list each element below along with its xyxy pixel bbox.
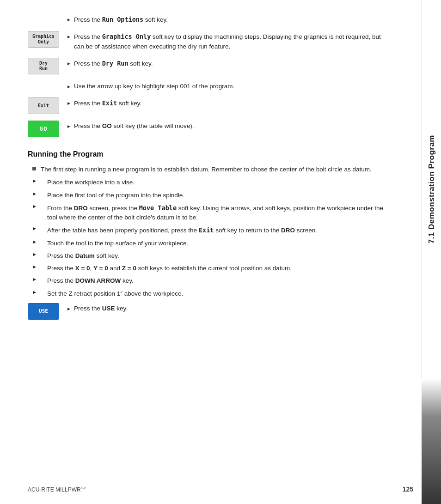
page-number: 125 [403,486,413,493]
instruction-text: ► Press the Exit soft key. [67,97,141,108]
instruction-arrow-up: ► Use the arrow up key to highlight step… [28,81,389,91]
use-button[interactable]: USE [28,303,59,320]
text-use: Press the USE key. [74,304,128,313]
bullet-arrow: ► [67,83,71,90]
chapter-sidebar: 7.1 Demonstration Program [422,0,441,379]
bullet-arrow: ► [32,264,37,269]
bullet-arrow: ► [67,123,71,130]
go-button[interactable]: GO [28,121,59,137]
instruction-use: USE ► Press the USE key. [28,303,389,320]
running-bullets: ► Place the workpiece into a vise. ► Pla… [28,178,389,298]
bullet-arrow: ► [32,204,37,209]
text-retract: Set the Z retract position 1″ above the … [47,289,183,298]
instruction-text: ► Press the Graphics Only soft key to di… [67,31,389,51]
instruction-graphics-only: GraphicsOnly ► Press the Graphics Only s… [28,31,389,51]
text-exit-dro: After the table has been properly positi… [47,225,317,235]
bullet-arrow: ► [67,16,71,23]
text-spindle: Place the first tool of the program into… [47,191,184,200]
text-touch-tool: Touch the tool to the top surface of you… [47,239,188,248]
bullet-arrow: ► [67,100,71,107]
bullet-down-arrow: ► Press the DOWN ARROW key. [28,276,389,285]
bullet-arrow: ► [32,226,37,231]
exit-button[interactable]: Exit [28,97,59,114]
square-bullet [32,167,36,170]
intro-paragraph: The first step in running a new program … [28,165,389,174]
bullet-arrow: ► [67,305,71,312]
intro-text: The first step in running a new program … [41,165,372,174]
bullet-datum: ► Press the Datum soft key. [28,251,389,261]
instruction-text: ► Press the Dry Run soft key. [67,58,153,68]
text-dro-move: From the DRO screen, press the Move Tabl… [47,203,389,223]
top-instructions: ► Press the Run Options soft key. Graphi… [28,14,389,137]
section-heading: Running the Program [28,150,389,158]
bullet-spindle: ► Place the first tool of the program in… [28,191,389,200]
main-content: ► Press the Run Options soft key. Graphi… [0,0,422,504]
page-wrapper: 7.1 Demonstration Program ► Press the Ru… [0,0,441,504]
bullet-arrow: ► [67,60,71,67]
brand-label: ACU-RITE MILLPWRG2 [28,486,86,493]
bullet-arrow: ► [32,277,37,282]
instruction-run-options: ► Press the Run Options soft key. [28,14,389,24]
dry-run-button[interactable]: DryRun [28,58,59,74]
instruction-text: ► Press the Run Options soft key. [67,14,168,24]
text-datum: Press the Datum soft key. [47,251,119,261]
text-run-options: Press the Run Options soft key. [74,15,168,24]
footer: ACU-RITE MILLPWRG2 125 [28,486,413,493]
bullet-retract: ► Set the Z retract position 1″ above th… [28,289,389,298]
instruction-text: ► Use the arrow up key to highlight step… [67,81,234,91]
graphics-only-button[interactable]: GraphicsOnly [28,31,59,48]
bullet-exit-dro: ► After the table has been properly posi… [28,225,389,235]
bullet-vise: ► Place the workpiece into a vise. [28,178,389,187]
chapter-title: 7.1 Demonstration Program [427,135,436,243]
instruction-text: ► Press the USE key. [67,303,128,313]
text-exit: Press the Exit soft key. [74,98,141,108]
text-xyz-zero: Press the X = 0, Y = 0 and Z = 0 soft ke… [47,264,292,273]
text-go: Press the GO soft key (the table will mo… [74,121,194,131]
bullet-touch-tool: ► Touch the tool to the top surface of y… [28,239,389,248]
bullet-dro-move: ► From the DRO screen, press the Move Ta… [28,203,389,223]
bullet-arrow: ► [32,239,37,244]
text-arrow-up: Use the arrow up key to highlight step 0… [74,82,234,91]
bullet-arrow: ► [32,191,37,196]
instruction-dry-run: DryRun ► Press the Dry Run soft key. [28,58,389,74]
instruction-go: GO ► Press the GO soft key (the table wi… [28,121,389,137]
bullet-arrow: ► [32,252,37,257]
text-dry-run: Press the Dry Run soft key. [74,59,153,68]
instruction-text: ► Press the GO soft key (the table will … [67,121,194,131]
bullet-arrow: ► [32,290,37,295]
sidebar-gradient [422,379,441,504]
bullet-xyz-zero: ► Press the X = 0, Y = 0 and Z = 0 soft … [28,264,389,273]
text-down-arrow: Press the DOWN ARROW key. [47,276,134,285]
bullet-arrow: ► [32,178,37,183]
text-vise: Place the workpiece into a vise. [47,178,135,187]
text-graphics-only: Press the Graphics Only soft key to disp… [74,32,389,51]
bullet-arrow: ► [67,33,71,40]
instruction-exit: Exit ► Press the Exit soft key. [28,97,389,114]
